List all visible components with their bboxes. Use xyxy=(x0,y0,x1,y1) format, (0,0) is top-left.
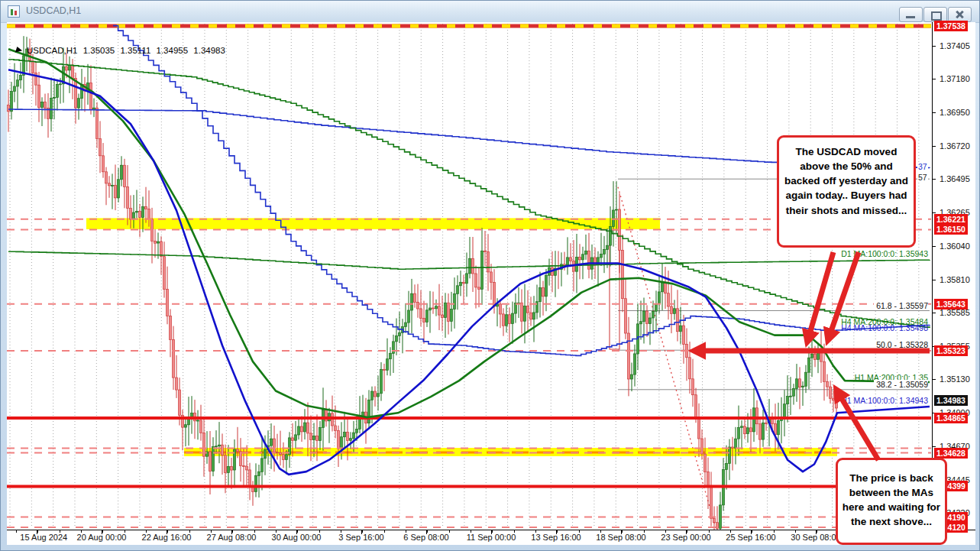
time-axis-label: 23 Sep 00:00 xyxy=(661,533,710,542)
price-tick xyxy=(933,212,936,213)
fib-level-label: 38.2 - 1.35059 xyxy=(874,380,928,389)
price-tick xyxy=(933,379,936,380)
time-axis-label: 25 Sep 16:00 xyxy=(726,533,775,542)
price-axis-label: 1.36720 xyxy=(940,141,970,151)
close-value: 1.34983 xyxy=(193,46,225,55)
price-axis-label: 1.35810 xyxy=(940,275,970,284)
price-tag: 1.35643 xyxy=(934,299,968,310)
price-tick xyxy=(933,446,936,447)
ma-value-label: D1 MA:100:0:0: 1.35943 xyxy=(841,249,928,258)
ohlc-info: USDCAD,H1 1.35035 1.35111 1.34955 1.3498… xyxy=(27,46,228,55)
time-axis-label: 3 Sep 16:00 xyxy=(338,533,383,542)
candlestick-chart[interactable] xyxy=(7,22,932,530)
price-tick xyxy=(933,246,936,247)
time-axis-label: 6 Sep 08:00 xyxy=(403,533,448,542)
title-bar[interactable]: USDCAD,H1 xyxy=(1,1,979,23)
minimize-icon xyxy=(906,16,915,18)
time-axis-label: 18 Sep 08:00 xyxy=(596,533,645,542)
time-axis-label: 20 Aug 00:00 xyxy=(77,533,127,542)
minimize-button[interactable] xyxy=(899,7,923,22)
price-tick xyxy=(933,146,936,147)
chart-app-icon xyxy=(8,5,20,18)
time-tick xyxy=(449,530,450,533)
current-price-tag: 1.34983 xyxy=(934,395,968,406)
price-tag: 1.35323 xyxy=(934,345,968,356)
price-tag: 1.37538 xyxy=(934,21,968,31)
mt4-window: USDCAD,H1 USDCAD,H1 1.35035 1.35111 1.34… xyxy=(0,0,980,551)
ma-value-label: H1 MA:100:0:0: 1.34943 xyxy=(841,396,928,405)
hidden-tag-fragment: 57 xyxy=(917,173,928,182)
hidden-tag-fragment: 37 xyxy=(917,162,928,171)
price-axis-label: 1.36495 xyxy=(940,174,970,183)
time-axis-label: 11 Sep 00:00 xyxy=(467,533,516,542)
time-axis-label: 30 Aug 00:00 xyxy=(272,533,322,542)
time-axis-label: 13 Sep 16:00 xyxy=(531,533,581,542)
price-tick xyxy=(933,280,936,280)
restore-button[interactable] xyxy=(923,7,947,22)
fib-level-label: 61.8 - 1.35597 xyxy=(874,301,928,310)
price-tick xyxy=(933,79,936,79)
price-tag: 1.34865 xyxy=(934,413,968,423)
time-tick xyxy=(16,530,17,533)
ma-value-label: H4 MA:100:0:0: 1.35498 xyxy=(841,323,928,332)
price-tick xyxy=(933,313,936,313)
time-axis-label: 22 Aug 16:00 xyxy=(142,533,192,542)
window-title: USDCAD,H1 xyxy=(26,5,81,16)
price-axis-label: 1.36040 xyxy=(940,241,970,251)
price-tag: 1.36221 xyxy=(934,214,968,225)
fib-level-label: 50.0 - 1.35328 xyxy=(874,340,928,349)
restore-icon xyxy=(931,11,942,21)
low-value: 1.34955 xyxy=(157,46,189,55)
time-axis-label: 27 Aug 08:00 xyxy=(207,533,257,542)
price-axis-label: 1.37405 xyxy=(940,41,970,50)
price-axis-label: 1.35130 xyxy=(940,374,970,384)
time-tick xyxy=(384,530,385,533)
time-axis-label: 30 Sep 08:00 xyxy=(791,533,840,542)
time-axis-label: 15 Aug 2024 xyxy=(20,533,67,542)
open-value: 1.35035 xyxy=(83,46,115,55)
annotation-box-bottom[interactable]: The price is back between the MAs here a… xyxy=(836,458,947,545)
price-tag: 1.34628 xyxy=(934,448,968,459)
symbol-label: USDCAD,H1 xyxy=(27,46,77,55)
time-axis[interactable]: 15 Aug 202420 Aug 00:0022 Aug 16:0027 Au… xyxy=(7,530,975,545)
price-tag: 1.36150 xyxy=(934,224,968,235)
annotation-box-top[interactable]: The USDCAD moved above the 50% and backe… xyxy=(777,135,916,248)
price-tick xyxy=(933,112,936,113)
price-tick xyxy=(933,46,936,47)
chart-plot-area[interactable]: USDCAD,H1 1.35035 1.35111 1.34955 1.3498… xyxy=(7,22,932,530)
price-axis-label: 1.36950 xyxy=(940,108,970,117)
price-axis[interactable]: 1.374051.371801.369501.367201.364951.362… xyxy=(932,22,975,530)
close-button[interactable] xyxy=(948,7,972,22)
price-tick xyxy=(933,179,936,180)
price-axis-label: 1.37180 xyxy=(940,74,970,83)
high-value: 1.35111 xyxy=(120,46,150,55)
